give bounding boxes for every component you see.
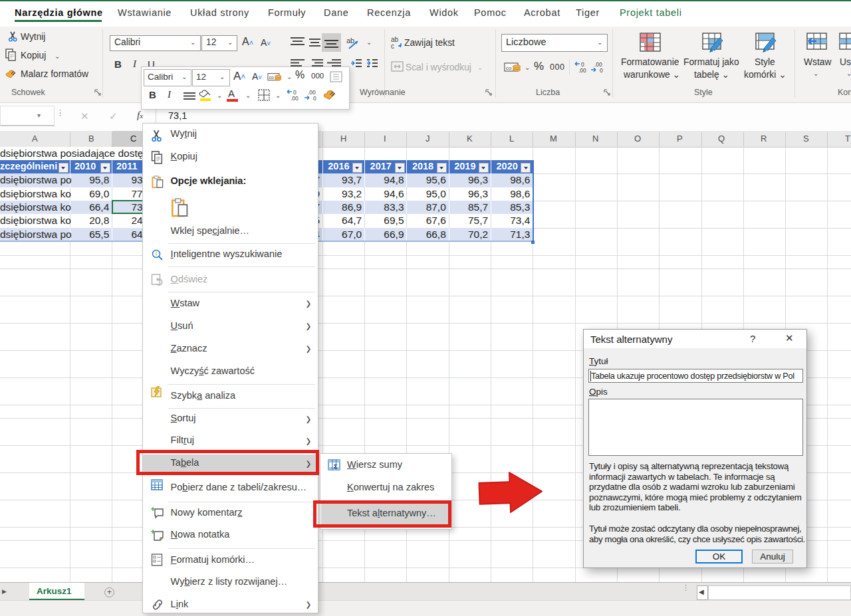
svg-text:.00: .00 xyxy=(578,67,586,73)
svg-text:.00: .00 xyxy=(291,95,299,101)
svg-text:0: 0 xyxy=(600,67,603,73)
svg-text:0: 0 xyxy=(313,95,316,101)
svg-text:Σ: Σ xyxy=(334,463,338,470)
svg-text:c: c xyxy=(391,43,394,50)
svg-text:co: co xyxy=(506,65,512,71)
svg-text:co: co xyxy=(269,74,274,79)
svg-text:ab: ab xyxy=(346,37,354,45)
